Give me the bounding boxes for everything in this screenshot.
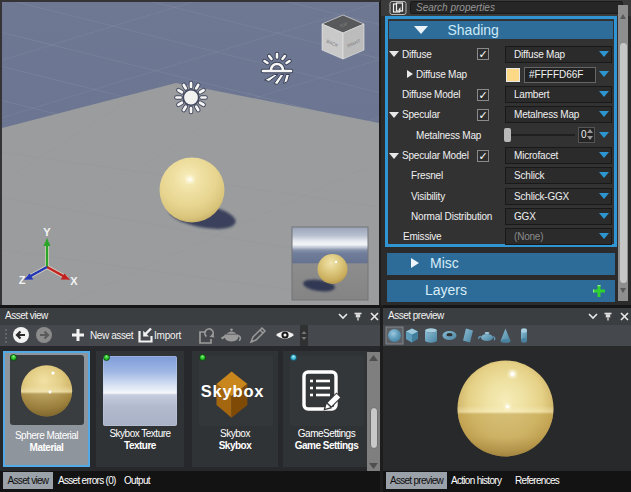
svg-text:Skybox: Skybox (201, 382, 265, 400)
svg-text:X: X (70, 275, 78, 287)
svg-text:Import: Import (154, 330, 182, 341)
svg-text:New asset: New asset (90, 330, 134, 341)
svg-text:Y: Y (43, 226, 51, 238)
svg-text:Z: Z (19, 274, 26, 286)
